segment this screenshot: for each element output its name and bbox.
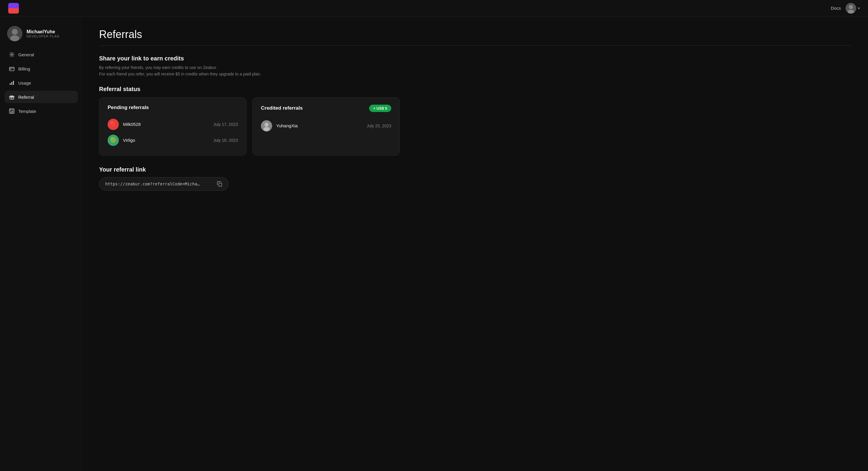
usage-icon [9, 80, 15, 86]
logo-icon [8, 3, 19, 13]
svg-point-1 [849, 5, 853, 9]
nav-items: General Billing [5, 48, 78, 117]
svg-point-21 [265, 123, 269, 127]
user-name: MichaelYuhe [27, 29, 59, 34]
svg-rect-23 [219, 183, 222, 186]
milk-name: Milk0528 [123, 122, 209, 127]
user-section: MichaelYuhe DEVELOPER Plan [5, 24, 78, 48]
pending-referrals-card: Pending referrals 🔴 Milk0528 July 17, 20… [99, 97, 247, 156]
sidebar-item-referral[interactable]: Referral [5, 91, 78, 103]
referral-link-title: Your referral link [99, 166, 851, 173]
svg-rect-10 [11, 82, 12, 85]
svg-point-5 [10, 35, 19, 41]
list-item: 🔴 Milk0528 July 17, 2023 [107, 117, 238, 132]
sidebar-item-referral-label: Referral [18, 95, 34, 100]
virligo-avatar: 🟢 [107, 135, 119, 146]
svg-rect-8 [10, 69, 11, 69]
template-icon [9, 108, 15, 114]
topnav-avatar [846, 3, 856, 13]
sidebar-item-billing[interactable]: Billing [5, 62, 78, 75]
gear-icon [9, 52, 15, 58]
referral-cards: Pending referrals 🔴 Milk0528 July 17, 20… [99, 97, 851, 156]
list-item: YuhangXia July 25, 2023 [261, 118, 391, 134]
svg-point-4 [12, 29, 18, 35]
referral-status-title: Referral status [99, 86, 851, 93]
credited-referrals-card: Credited referrals + US$ 5 YuhangXia Jul… [252, 97, 400, 156]
sidebar-item-billing-label: Billing [18, 66, 30, 71]
user-plan: DEVELOPER Plan [27, 34, 59, 38]
user-menu[interactable]: ▾ [846, 3, 860, 13]
share-section-desc: By referring your friends, you may earn … [99, 64, 851, 77]
topnav-right: Docs ▾ [831, 3, 860, 13]
sidebar-item-template[interactable]: Template [5, 105, 78, 117]
title-divider [99, 45, 851, 46]
yuhang-name: YuhangXia [276, 123, 363, 128]
sidebar-item-usage-label: Usage [18, 81, 31, 86]
referral-link-text: https://zeabur.com?referralCode=Micha… [105, 182, 199, 186]
virligo-name: Virligo [123, 138, 209, 143]
yuhang-date: July 25, 2023 [367, 124, 391, 128]
sidebar: MichaelYuhe DEVELOPER Plan General [0, 17, 83, 471]
logo[interactable] [8, 3, 19, 13]
sidebar-item-general-label: General [18, 52, 34, 57]
list-item: 🟢 Virligo July 18, 2023 [107, 132, 238, 148]
referral-link-box[interactable]: https://zeabur.com?referralCode=Micha… [99, 177, 229, 191]
virligo-date: July 18, 2023 [214, 138, 238, 143]
pending-card-title: Pending referrals [107, 105, 149, 111]
sidebar-item-template-label: Template [18, 109, 36, 114]
sidebar-item-usage[interactable]: Usage [5, 76, 78, 89]
milk-avatar: 🔴 [107, 119, 119, 130]
yuhang-avatar [261, 120, 272, 131]
svg-rect-9 [10, 83, 11, 85]
sidebar-item-general[interactable]: General [5, 48, 78, 61]
copy-icon[interactable] [217, 181, 223, 187]
user-menu-chevron: ▾ [858, 6, 860, 10]
gift-icon [9, 94, 15, 100]
credit-badge: + US$ 5 [369, 105, 391, 112]
credited-card-title: Credited referrals [261, 105, 303, 111]
svg-text:🟢: 🟢 [110, 137, 117, 143]
user-avatar [7, 26, 22, 41]
svg-text:🔴: 🔴 [110, 121, 117, 127]
main-content: Referrals Share your link to earn credit… [83, 17, 868, 471]
share-section-title: Share your link to earn credits [99, 55, 851, 62]
topnav: Docs ▾ [0, 0, 868, 17]
billing-icon [9, 66, 15, 72]
svg-point-6 [11, 54, 13, 55]
docs-link[interactable]: Docs [831, 6, 841, 10]
svg-rect-7 [9, 67, 14, 71]
svg-point-22 [264, 127, 270, 131]
svg-rect-11 [13, 81, 14, 85]
page-title: Referrals [99, 28, 851, 41]
milk-date: July 17, 2023 [214, 122, 238, 127]
svg-rect-15 [9, 109, 11, 111]
